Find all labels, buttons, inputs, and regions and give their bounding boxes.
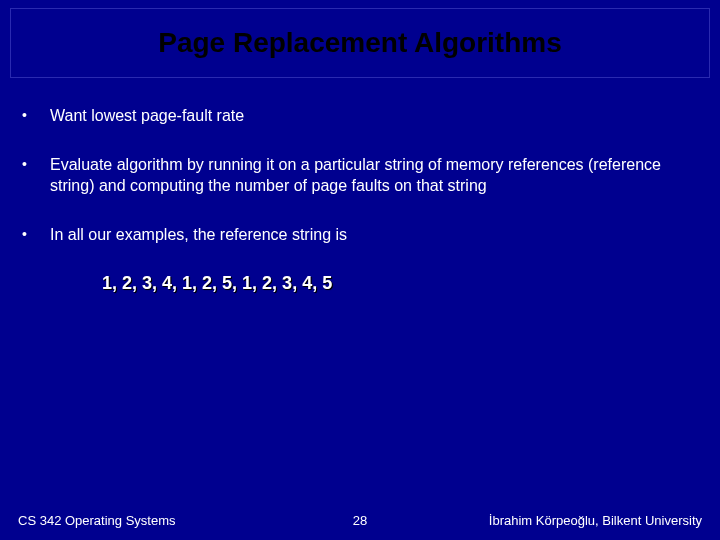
bullet-marker: • — [22, 105, 50, 125]
footer-course: CS 342 Operating Systems — [18, 513, 176, 528]
bullet-item: • In all our examples, the reference str… — [22, 224, 698, 245]
title-container: Page Replacement Algorithms — [10, 8, 710, 78]
bullet-marker: • — [22, 224, 50, 244]
bullet-text: Evaluate algorithm by running it on a pa… — [50, 154, 698, 196]
bullet-item: • Evaluate algorithm by running it on a … — [22, 154, 698, 196]
slide-content: • Want lowest page-fault rate • Evaluate… — [22, 105, 698, 294]
bullet-text: Want lowest page-fault rate — [50, 105, 698, 126]
bullet-text: In all our examples, the reference strin… — [50, 224, 698, 245]
slide-title: Page Replacement Algorithms — [158, 27, 562, 59]
slide-footer: CS 342 Operating Systems 28 İbrahim Körp… — [18, 513, 702, 528]
footer-page-number: 28 — [353, 513, 367, 528]
bullet-marker: • — [22, 154, 50, 174]
bullet-item: • Want lowest page-fault rate — [22, 105, 698, 126]
footer-author: İbrahim Körpeoğlu, Bilkent University — [489, 513, 702, 528]
reference-string: 1, 2, 3, 4, 1, 2, 5, 1, 2, 3, 4, 5 — [102, 273, 698, 294]
